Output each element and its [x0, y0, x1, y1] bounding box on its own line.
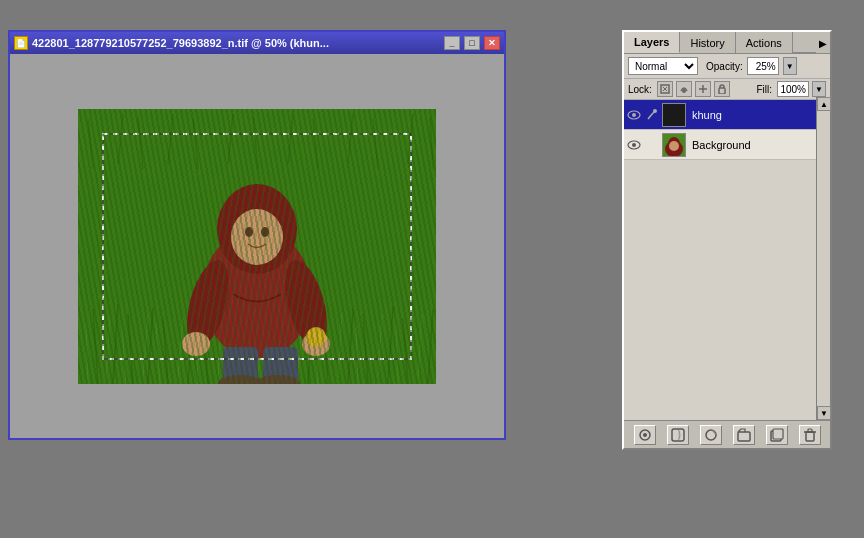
- add-mask-button[interactable]: [667, 425, 689, 445]
- svg-rect-89: [773, 429, 783, 439]
- create-group-button[interactable]: [733, 425, 755, 445]
- blend-opacity-row: Normal Multiply Screen Overlay Opacity: …: [624, 54, 830, 79]
- svg-rect-92: [808, 429, 812, 432]
- maximize-button[interactable]: □: [464, 36, 480, 50]
- eye-icon-khung[interactable]: [626, 107, 642, 123]
- panel-menu-button[interactable]: ▶: [816, 32, 830, 54]
- image-window: 📄 422801_128779210577252_79693892_n.tif …: [8, 30, 506, 440]
- fill-label: Fill:: [756, 84, 772, 95]
- grass-layer: [78, 109, 436, 384]
- lock-all-button[interactable]: [714, 81, 730, 97]
- scroll-track: [817, 111, 830, 406]
- image-window-title: 422801_128779210577252_79693892_n.tif @ …: [32, 37, 440, 49]
- svg-point-75: [653, 109, 657, 113]
- scroll-up-button[interactable]: ▲: [817, 97, 831, 111]
- svg-rect-72: [719, 88, 725, 94]
- image-window-titlebar: 📄 422801_128779210577252_79693892_n.tif …: [10, 32, 504, 54]
- layer-name-khung: khung: [688, 109, 828, 121]
- tab-actions[interactable]: Actions: [736, 32, 793, 53]
- lock-image-button[interactable]: [676, 81, 692, 97]
- svg-rect-87: [738, 432, 750, 441]
- brush-icon-khung: [644, 107, 660, 123]
- layer-thumb-khung: [662, 103, 686, 127]
- opacity-input[interactable]: [747, 57, 779, 75]
- svg-rect-90: [806, 432, 814, 441]
- create-adjustment-button[interactable]: [700, 425, 722, 445]
- close-button[interactable]: ✕: [484, 36, 500, 50]
- svg-point-77: [632, 143, 636, 147]
- svg-point-74: [632, 113, 636, 117]
- minimize-button[interactable]: _: [444, 36, 460, 50]
- fill-dropdown-arrow[interactable]: ▼: [812, 81, 826, 97]
- tab-history[interactable]: History: [680, 32, 735, 53]
- layer-name-background: Background: [688, 139, 812, 151]
- svg-point-81: [669, 141, 679, 151]
- scroll-down-button[interactable]: ▼: [817, 406, 831, 420]
- fill-input[interactable]: [777, 81, 809, 97]
- file-icon: 📄: [14, 36, 28, 50]
- svg-point-84: [643, 433, 647, 437]
- svg-point-69: [682, 89, 686, 93]
- opacity-dropdown-arrow[interactable]: ▼: [783, 57, 797, 75]
- lock-position-button[interactable]: [695, 81, 711, 97]
- opacity-label: Opacity:: [706, 61, 743, 72]
- add-style-button[interactable]: [634, 425, 656, 445]
- layer-row-background[interactable]: Background: [624, 130, 830, 160]
- create-layer-button[interactable]: [766, 425, 788, 445]
- brush-icon-background: [644, 137, 660, 153]
- layers-bottom-toolbar: [624, 420, 830, 448]
- tab-layers[interactable]: Layers: [624, 32, 680, 53]
- layer-thumb-background: [662, 133, 686, 157]
- lock-row: Lock: Fill: ▼: [624, 79, 830, 100]
- eye-icon-background[interactable]: [626, 137, 642, 153]
- photo-display: [78, 109, 436, 384]
- layer-row-khung[interactable]: khung: [624, 100, 830, 130]
- lock-transparent-button[interactable]: [657, 81, 673, 97]
- layers-panel: Layers History Actions ▶ Normal Multiply…: [622, 30, 832, 450]
- layers-list: khung Background: [624, 100, 830, 160]
- image-canvas: [78, 109, 436, 384]
- layers-tabs: Layers History Actions ▶: [624, 32, 830, 54]
- lock-label: Lock:: [628, 84, 652, 95]
- panel-scrollbar[interactable]: ▲ ▼: [816, 97, 830, 420]
- layers-empty-area: [624, 160, 830, 360]
- blend-mode-select[interactable]: Normal Multiply Screen Overlay: [628, 57, 698, 75]
- delete-layer-button[interactable]: [799, 425, 821, 445]
